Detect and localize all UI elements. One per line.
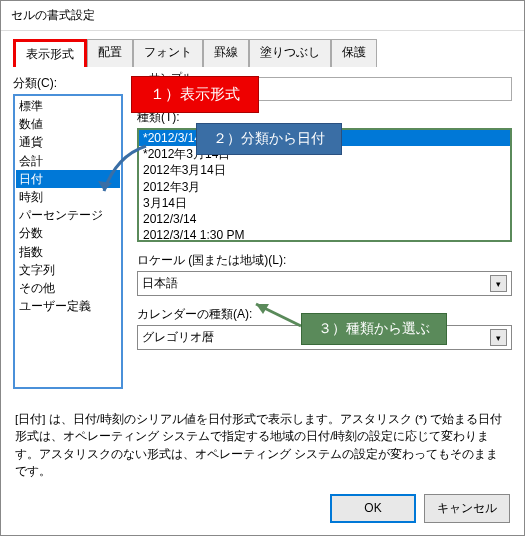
category-item-fraction[interactable]: 分数 <box>16 224 120 242</box>
annotation-step3: ３）種類から選ぶ <box>301 313 447 345</box>
type-item[interactable]: 3月14日 <box>139 195 510 211</box>
dialog-content: 表示形式 配置 フォント 罫線 塗りつぶし 保護 １）表示形式 ２）分類から日付… <box>1 31 524 488</box>
category-item-standard[interactable]: 標準 <box>16 97 120 115</box>
tab-strip: 表示形式 配置 フォント 罫線 塗りつぶし 保護 <box>13 39 512 67</box>
locale-label: ロケール (国または地域)(L): <box>137 252 512 269</box>
description-text: [日付] は、日付/時刻のシリアル値を日付形式で表示します。アスタリスク (*)… <box>13 411 512 480</box>
dialog-buttons: OK キャンセル <box>330 494 510 523</box>
type-item[interactable]: 2012/3/14 1:30 PM <box>139 227 510 242</box>
chevron-down-icon[interactable]: ▾ <box>490 329 507 346</box>
category-label: 分類(C): <box>13 75 123 92</box>
dialog-title: セルの書式設定 <box>1 1 524 31</box>
tab-border[interactable]: 罫線 <box>203 39 249 67</box>
category-item-scientific[interactable]: 指数 <box>16 243 120 261</box>
calendar-value: グレゴリオ暦 <box>142 329 214 346</box>
category-item-time[interactable]: 時刻 <box>16 188 120 206</box>
category-item-text[interactable]: 文字列 <box>16 261 120 279</box>
locale-combobox[interactable]: 日本語 ▾ <box>137 271 512 296</box>
annotation-step2: ２）分類から日付 <box>196 123 342 155</box>
locale-value: 日本語 <box>142 275 178 292</box>
tab-fill[interactable]: 塗りつぶし <box>249 39 331 67</box>
category-item-accounting[interactable]: 会計 <box>16 152 120 170</box>
type-item[interactable]: 2012年3月14日 <box>139 162 510 178</box>
category-item-percentage[interactable]: パーセンテージ <box>16 206 120 224</box>
ok-button[interactable]: OK <box>330 494 416 523</box>
tab-number-format[interactable]: 表示形式 <box>13 39 87 67</box>
tab-alignment[interactable]: 配置 <box>87 39 133 67</box>
cancel-button[interactable]: キャンセル <box>424 494 510 523</box>
format-cells-dialog: セルの書式設定 表示形式 配置 フォント 罫線 塗りつぶし 保護 １）表示形式 … <box>0 0 525 536</box>
category-item-currency[interactable]: 通貨 <box>16 133 120 151</box>
chevron-down-icon[interactable]: ▾ <box>490 275 507 292</box>
tab-protection[interactable]: 保護 <box>331 39 377 67</box>
annotation-step1: １）表示形式 <box>131 76 259 113</box>
category-listbox[interactable]: 標準 数値 通貨 会計 日付 時刻 パーセンテージ 分数 指数 文字列 その他 … <box>13 94 123 389</box>
category-item-custom[interactable]: ユーザー定義 <box>16 297 120 315</box>
tab-font[interactable]: フォント <box>133 39 203 67</box>
type-item[interactable]: 2012/3/14 <box>139 211 510 227</box>
category-item-special[interactable]: その他 <box>16 279 120 297</box>
type-item[interactable]: 2012年3月 <box>139 179 510 195</box>
category-item-date[interactable]: 日付 <box>16 170 120 188</box>
category-item-number[interactable]: 数値 <box>16 115 120 133</box>
